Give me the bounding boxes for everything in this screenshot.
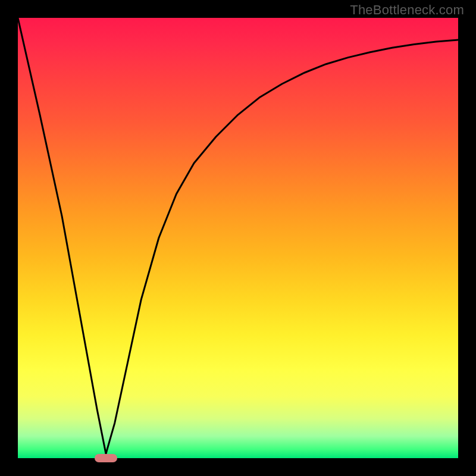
- plot-area: [18, 18, 458, 458]
- watermark-text: TheBottleneck.com: [350, 2, 464, 18]
- chart-frame: TheBottleneck.com: [0, 0, 476, 476]
- bottleneck-curve-path: [18, 18, 458, 454]
- curve-svg: [18, 18, 458, 458]
- optimal-marker: [95, 454, 117, 462]
